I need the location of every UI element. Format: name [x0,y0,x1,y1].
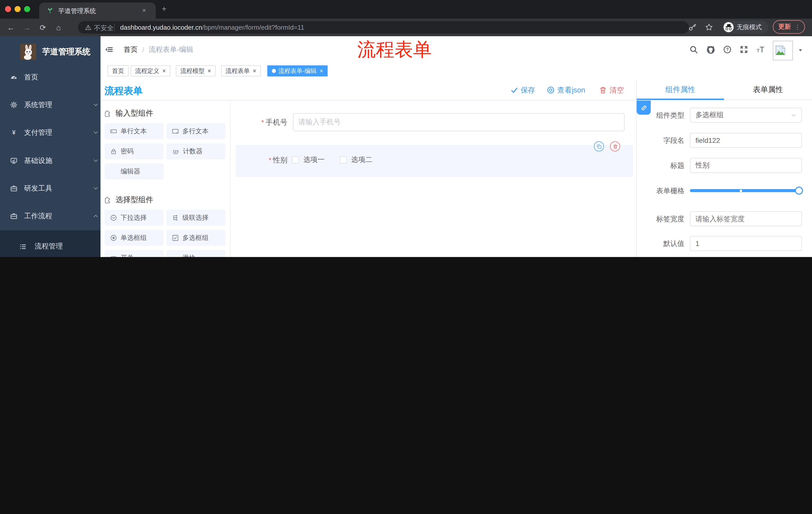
avatar-caret-down-icon[interactable] [798,48,803,53]
search-icon[interactable] [689,45,698,54]
security-label[interactable]: 不安全 [94,24,114,33]
bookmark-star-icon[interactable] [705,23,713,31]
checkbox-option1[interactable] [292,156,299,163]
textarea-icon [172,128,179,135]
font-size-icon[interactable] [756,45,765,54]
hamburger-collapse-icon[interactable] [105,45,113,54]
browser-tab-title: 芋道管理系统 [58,7,96,16]
component-item-checkbox-group[interactable]: 多选框组 [166,230,226,246]
section-title: 输入型组件 [116,108,153,118]
component-item-radio-group[interactable]: 单选框组 [105,230,164,246]
clear-label: 清空 [609,85,624,95]
component-item-cascader[interactable]: 级联选择 [166,210,226,226]
tag-process-form-edit[interactable]: 流程表单-编辑× [267,65,328,77]
tab-close-icon[interactable]: × [142,6,146,14]
sidebar-item-label: 系统管理 [24,100,52,109]
trash-icon [612,143,618,149]
fullscreen-icon[interactable] [740,45,748,54]
label-width-input[interactable] [690,211,802,226]
password-key-icon[interactable] [688,23,696,31]
brand[interactable]: 芋道管理系统 [0,40,100,63]
puzzle-icon [104,196,112,204]
save-button[interactable]: 保存 [511,83,535,97]
tag-close-icon[interactable]: × [320,68,323,74]
checkbox-option2-label[interactable]: 选项二 [351,155,372,164]
chevron-up-icon [93,213,98,219]
gender-checkbox-group: 选项一 选项二 [292,153,372,167]
tag-process-definition[interactable]: 流程定义× [130,65,170,77]
checkbox-option1-label[interactable]: 选项一 [303,155,325,164]
tag-close-icon[interactable]: × [207,68,211,74]
forward-icon[interactable]: → [23,23,31,32]
sidebar-item-label: 首页 [24,73,38,82]
sidebar-item-label: 支付管理 [24,128,52,137]
sidebar-item-devtools[interactable]: 研发工具 [0,174,111,202]
tab-component-props[interactable]: 组件属性 [637,80,724,100]
back-icon[interactable]: ← [7,23,14,32]
grid-slider-handle[interactable] [795,187,803,195]
clear-button[interactable]: 清空 [599,83,624,97]
url-text: dashboard.yudao.iocoder.cn/bpm/manager/f… [120,21,304,34]
sidebar-item-workflow[interactable]: 工作流程 [0,202,111,230]
phone-field-label: * 手机号 [236,115,287,130]
window-minimize-button[interactable] [14,6,21,12]
broken-image-icon [775,45,786,56]
component-item-password[interactable]: 密码 [105,143,164,159]
grid-slider-track[interactable] [690,189,803,192]
incognito-label: 无痕模式 [736,23,762,31]
phone-field-input[interactable]: 请输入手机号 [293,113,625,131]
link-icon [640,104,647,111]
type-label: 组件类型 [619,111,685,120]
title-input[interactable] [690,158,802,173]
sidebar-item-infrastructure[interactable]: 基础设施 [0,147,111,174]
slider-icon [172,254,179,257]
default-value-input[interactable] [690,236,802,251]
github-icon[interactable] [706,45,716,54]
default-value-label: 默认值 [619,239,685,248]
component-item-counter[interactable]: 计数器 [166,143,226,159]
update-label[interactable]: 更新 [778,23,791,31]
component-item-slider[interactable]: 滑块 [166,250,226,257]
tag-close-icon[interactable]: × [162,68,166,74]
url-path: /bpm/manager/form/edit?formId=11 [202,24,304,31]
window-zoom-button[interactable] [24,6,30,12]
browser-menu-dots-icon[interactable]: ⋮ [794,23,801,30]
toolbox-icon [10,185,18,192]
tag-process-model[interactable]: 流程模型× [176,65,215,77]
component-item-single-line-text[interactable]: 单行文本 [105,123,164,139]
duplicate-component-button[interactable] [594,141,604,152]
address-bar[interactable]: 不安全 dashboard.yudao.iocoder.cn/bpm/manag… [78,21,689,34]
home-icon[interactable]: ⌂ [56,23,61,32]
tag-label: 流程表单-编辑 [279,66,317,75]
page-title: 流程表单 [105,84,143,98]
sidebar-item-home[interactable]: 首页 [0,63,111,91]
field-name-input[interactable] [690,133,802,148]
sidebar-item-system[interactable]: 系统管理 [0,91,111,119]
new-tab-icon[interactable]: + [162,4,167,13]
delete-component-button[interactable] [610,141,620,152]
avatar[interactable] [773,41,793,60]
component-item-multi-line-text[interactable]: 多行文本 [166,123,226,139]
lock-icon [110,148,117,155]
tag-close-icon[interactable]: × [253,68,256,74]
browser-tab[interactable]: 芋道管理系统 × [39,2,156,19]
reload-icon[interactable]: ⟳ [40,23,46,32]
component-item-editor[interactable]: 编辑器 [105,163,164,180]
tab-form-props[interactable]: 表单属性 [724,80,812,100]
tag-home[interactable]: 首页 [108,65,128,77]
view-json-button[interactable]: 查看json [547,83,585,97]
breadcrumb-home[interactable]: 首页 [124,45,138,54]
yen-icon [10,129,18,136]
update-button[interactable]: 更新 ⋮ [773,20,805,34]
help-icon[interactable] [723,45,732,54]
sidebar-item-payment[interactable]: 支付管理 [0,119,111,146]
checkbox-option2[interactable] [340,156,347,163]
tag-process-form[interactable]: 流程表单× [221,65,261,77]
window-close-button[interactable] [5,6,11,12]
component-type-select[interactable]: 多选框组 [690,108,802,123]
favicon-sprout-icon [46,6,54,14]
component-item-switch[interactable]: 开关 [105,250,164,257]
number-123-icon [172,147,179,155]
component-item-select[interactable]: 下拉选择 [105,210,164,226]
view-json-label: 查看json [557,85,585,95]
